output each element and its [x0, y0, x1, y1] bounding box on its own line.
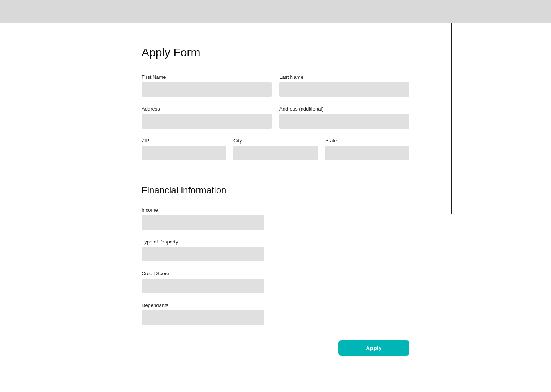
income-group: Income	[142, 207, 409, 230]
address-additional-input[interactable]	[279, 114, 409, 129]
page-content: Apply Form First Name Last Name Address …	[103, 23, 448, 386]
dependants-input[interactable]	[142, 310, 264, 325]
zip-city-state-row: ZIP City State	[142, 138, 409, 170]
last-name-label: Last Name	[279, 74, 409, 80]
first-name-label: First Name	[142, 74, 272, 80]
address-additional-label: Address (additional)	[279, 106, 409, 112]
zip-label: ZIP	[142, 138, 226, 144]
credit-score-label: Credit Score	[142, 271, 409, 276]
last-name-group: Last Name	[279, 74, 409, 97]
state-label: State	[325, 138, 409, 144]
income-label: Income	[142, 207, 409, 213]
first-name-input[interactable]	[142, 82, 272, 97]
first-name-group: First Name	[142, 74, 272, 97]
dependants-label: Dependants	[142, 302, 409, 308]
type-of-property-group: Type of Property	[142, 239, 409, 261]
page-title: Apply Form	[142, 46, 409, 59]
address-row: Address Address (additional)	[142, 106, 409, 138]
top-bar	[0, 0, 551, 23]
type-of-property-label: Type of Property	[142, 239, 409, 245]
address-label: Address	[142, 106, 272, 112]
state-group: State	[325, 138, 409, 160]
vertical-divider	[451, 23, 452, 214]
state-input[interactable]	[325, 146, 409, 160]
submit-row: Apply	[142, 340, 409, 356]
city-input[interactable]	[233, 146, 318, 160]
address-input[interactable]	[142, 114, 272, 129]
name-row: First Name Last Name	[142, 74, 409, 106]
credit-score-group: Credit Score	[142, 271, 409, 293]
dependants-group: Dependants	[142, 302, 409, 325]
zip-input[interactable]	[142, 146, 226, 160]
financial-section-title: Financial information	[142, 185, 409, 196]
address-group: Address	[142, 106, 272, 129]
credit-score-input[interactable]	[142, 279, 264, 293]
type-of-property-input[interactable]	[142, 247, 264, 261]
city-group: City	[233, 138, 318, 160]
address-additional-group: Address (additional)	[279, 106, 409, 129]
zip-group: ZIP	[142, 138, 226, 160]
income-input[interactable]	[142, 215, 264, 230]
last-name-input[interactable]	[279, 82, 409, 97]
city-label: City	[233, 138, 318, 144]
apply-button[interactable]: Apply	[338, 340, 409, 356]
